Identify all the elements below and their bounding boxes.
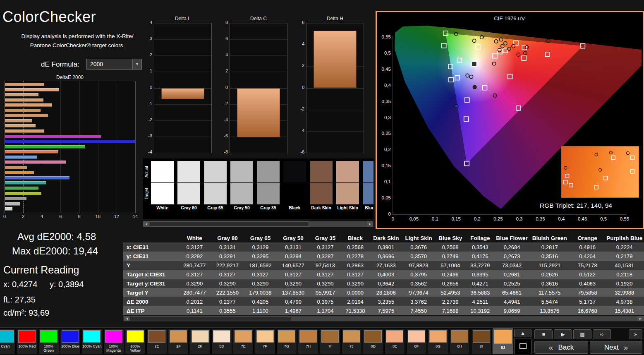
pattern-window-button[interactable]	[514, 338, 531, 354]
target-marker	[493, 54, 497, 58]
scroll-left-arrow[interactable]: ◄	[143, 221, 149, 227]
table-scroll-left-arrow[interactable]: ◄	[124, 316, 130, 321]
patch-scroll-right-button[interactable]: »	[629, 329, 642, 339]
cie-y-tick-label: 0,45	[378, 67, 391, 72]
patch-8f[interactable]: 8F	[406, 329, 427, 354]
patch-2e[interactable]: 2E	[146, 329, 167, 354]
patch-7j[interactable]: 7J	[341, 329, 362, 354]
table-scroll-right-arrow[interactable]: ►	[637, 316, 644, 321]
row-label: x: CIE31	[123, 242, 178, 252]
patch-7h[interactable]: 7H	[298, 329, 318, 354]
patch-8i[interactable]: 8I	[471, 329, 492, 354]
table-cell: 0,3642	[370, 279, 402, 288]
table-scrollbar-thumb[interactable]	[130, 316, 291, 321]
patch-2k[interactable]: 2K	[190, 329, 211, 354]
patch-label: 8I	[472, 344, 491, 348]
cie-x-tick-label: 0,05	[406, 216, 422, 221]
patch-8j[interactable]: 8J	[493, 329, 513, 354]
patch-label: 2E	[147, 344, 167, 348]
inset-actual-marker	[595, 153, 598, 156]
loop-button[interactable]: ∞	[593, 329, 611, 339]
target-swatch	[204, 183, 227, 204]
patch-2f[interactable]: 2F	[168, 329, 189, 354]
target-swatch	[151, 183, 174, 204]
patch-8g[interactable]: 8G	[428, 329, 448, 354]
patch-8h[interactable]: 8H	[449, 329, 470, 354]
stop-button[interactable]: ■	[534, 329, 553, 339]
table-cell: 32,9988	[605, 288, 644, 297]
patch-100-green[interactable]: 100% Green	[38, 329, 59, 354]
swatch-scrollbar[interactable]: ◄ ►	[143, 221, 373, 227]
actual-marker	[473, 85, 476, 89]
table-cell: 0,3290	[277, 279, 310, 288]
patch-8d[interactable]: 8D	[363, 329, 383, 354]
delta-e-x-axis: 02468101214	[4, 214, 136, 220]
table-row: Target x:CIE310,31270,31270,31270,31270,…	[123, 270, 644, 279]
patch-label: 7H	[298, 344, 318, 348]
delta-e-bar	[5, 83, 44, 86]
current-reading-label: Current Reading	[3, 264, 79, 276]
table-cell: 0,2656	[435, 279, 465, 288]
patch-5d[interactable]: 5D	[211, 329, 232, 354]
target-marker	[503, 48, 508, 53]
back-button[interactable]: « Back	[534, 341, 588, 354]
patch-100-cyan[interactable]: 100% Cyan	[81, 329, 102, 354]
patch-100-yellow[interactable]: 100% Yellow	[125, 329, 146, 354]
next-button[interactable]: Next »	[590, 341, 642, 354]
cie-y-tick-label: 0,35	[378, 99, 391, 104]
table-cell: 0,3127	[178, 270, 211, 279]
gridline	[306, 88, 364, 89]
table-cell: 73,0342	[495, 261, 529, 270]
delta-l-plot-area	[154, 23, 212, 153]
table-cell: 9,8659	[495, 306, 529, 315]
gridline	[98, 81, 98, 213]
swatch-label: Gray 65	[204, 205, 227, 210]
patch-cyan[interactable]: Cyan	[0, 329, 16, 354]
table-scrollbar[interactable]: ◄ ►	[123, 316, 644, 321]
table-cell: 7,5975	[370, 306, 402, 315]
cie-y-tick-label: 0,25	[378, 131, 391, 136]
cie-inset-markers	[562, 146, 639, 197]
y-tick-label: -4	[216, 117, 228, 122]
table-cell: 40,1531	[605, 261, 644, 270]
patch-color-chip	[213, 330, 230, 343]
pattern-button[interactable]: ▦	[573, 329, 591, 339]
table-cell: 0,3795	[402, 270, 435, 279]
actual-swatch	[204, 161, 227, 182]
de-formula-select[interactable]: 2000 ▼	[86, 59, 142, 70]
gridline	[230, 72, 287, 72]
delta-e-bar	[5, 197, 26, 200]
target-row-label: Target	[143, 183, 150, 204]
play-button[interactable]: ▶	[554, 329, 572, 339]
actual-marker	[504, 42, 507, 45]
inset-target-marker	[569, 183, 573, 187]
table-cell: 1,4967	[277, 306, 310, 315]
gridline	[154, 39, 211, 40]
table-cell: 3,3762	[402, 297, 435, 306]
patch-options-button[interactable]: ▲	[514, 329, 531, 337]
scrollbar-thumb[interactable]	[150, 221, 309, 227]
table-cell: 0,3290	[178, 279, 211, 288]
patch-8e[interactable]: 8E	[384, 329, 405, 354]
swatch-label: Black	[283, 205, 306, 210]
table-cell: 2,0194	[341, 297, 370, 306]
table-cell: 0,3562	[402, 279, 435, 288]
table-cell: 36,5883	[466, 288, 495, 297]
table-row: ΔE 20000,20120,23770,42050,47990,39752,0…	[123, 297, 644, 306]
patch-100-red[interactable]: 100% Red	[17, 329, 37, 354]
patch-7e[interactable]: 7E	[233, 329, 254, 354]
table-cell: 0,3131	[277, 242, 310, 252]
patch-7g[interactable]: 7G	[276, 329, 297, 354]
delta_c-bar	[237, 88, 280, 137]
patch-100-blue[interactable]: 100% Blue	[60, 329, 81, 354]
patch-100-magenta[interactable]: 100% Magenta	[103, 329, 124, 354]
patch-7i[interactable]: 7I	[320, 329, 340, 354]
delta-e-bar	[5, 130, 44, 133]
patch-7f[interactable]: 7F	[255, 329, 275, 354]
swatch-label: Dark Skin	[310, 205, 333, 210]
scroll-right-arrow[interactable]: ►	[367, 221, 373, 227]
target-marker	[508, 74, 512, 79]
target-swatch	[177, 183, 200, 204]
patch-color-chip	[278, 330, 295, 343]
row-label: ΔE ITP	[123, 306, 178, 315]
